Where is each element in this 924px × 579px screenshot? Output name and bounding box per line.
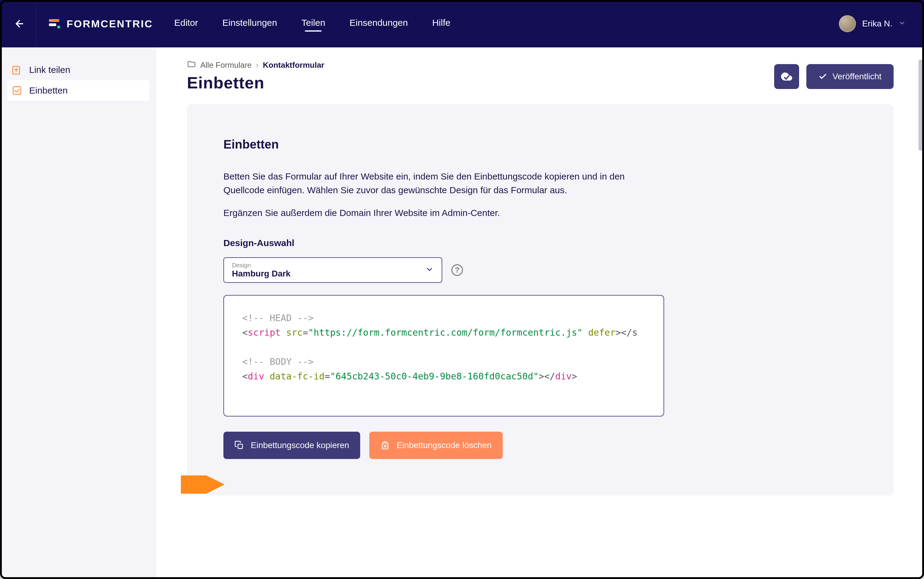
cloud-save-button[interactable] bbox=[774, 64, 799, 89]
avatar bbox=[839, 15, 856, 32]
delete-embed-code-button[interactable]: Einbettungscode löschen bbox=[369, 432, 503, 459]
cloud-check-icon bbox=[781, 70, 793, 83]
breadcrumb-root[interactable]: Alle Formulare bbox=[200, 61, 252, 70]
upload-icon bbox=[11, 64, 23, 75]
breadcrumb-current: Kontaktformular bbox=[263, 61, 324, 70]
brand-name: FORMCENTRIC bbox=[67, 18, 153, 30]
nav-help[interactable]: Hilfe bbox=[432, 18, 451, 30]
folder-icon bbox=[187, 59, 196, 71]
chevron-down-icon bbox=[898, 20, 906, 28]
scrollbar[interactable] bbox=[919, 59, 923, 150]
sidebar-item-share-link[interactable]: Link teilen bbox=[7, 59, 149, 80]
card-paragraph-2: Ergänzen Sie außerdem die Domain Ihrer W… bbox=[223, 206, 649, 220]
chevron-down-icon bbox=[425, 265, 434, 275]
trash-icon bbox=[380, 440, 390, 450]
copy-icon bbox=[234, 440, 244, 450]
sidebar-item-label: Link teilen bbox=[29, 65, 70, 75]
question-mark-icon: ? bbox=[455, 266, 460, 274]
sidebar-item-label: Einbetten bbox=[29, 85, 68, 96]
nav-submissions[interactable]: Einsendungen bbox=[349, 18, 408, 30]
card-paragraph-1: Betten Sie das Formular auf Ihrer Websit… bbox=[223, 170, 649, 197]
embed-check-icon bbox=[11, 85, 23, 96]
svg-rect-6 bbox=[238, 444, 242, 449]
embed-code-textarea[interactable]: <!-- HEAD --> <script src="https://form.… bbox=[223, 295, 664, 417]
select-field-value: Hamburg Dark bbox=[232, 269, 291, 278]
svg-point-3 bbox=[57, 26, 60, 29]
delete-button-label: Einbettungscode löschen bbox=[396, 440, 492, 450]
embed-card: Einbetten Betten Sie das Formular auf Ih… bbox=[187, 104, 894, 496]
svg-rect-5 bbox=[13, 87, 21, 95]
published-label: Veröffentlicht bbox=[832, 72, 881, 82]
svg-rect-1 bbox=[49, 19, 59, 22]
breadcrumb-separator: › bbox=[256, 61, 259, 70]
svg-rect-2 bbox=[49, 23, 56, 26]
check-icon bbox=[819, 72, 827, 81]
main-nav: Editor Einstellungen Teilen Einsendungen… bbox=[174, 18, 451, 30]
card-heading: Einbetten bbox=[223, 137, 857, 151]
app-header: FORMCENTRIC Editor Einstellungen Teilen … bbox=[0, 0, 924, 47]
published-button[interactable]: Veröffentlicht bbox=[806, 64, 894, 89]
nav-editor[interactable]: Editor bbox=[174, 18, 198, 30]
design-section-label: Design-Auswahl bbox=[223, 238, 857, 248]
copy-embed-code-button[interactable]: Einbettungscode kopieren bbox=[223, 432, 360, 459]
brand-logo[interactable]: FORMCENTRIC bbox=[48, 17, 153, 30]
design-select[interactable]: Design Hamburg Dark bbox=[223, 257, 442, 283]
sidebar: Link teilen Einbetten II bbox=[0, 47, 157, 579]
back-button[interactable] bbox=[12, 16, 27, 31]
user-menu[interactable]: Erika N. bbox=[839, 15, 906, 32]
nav-settings[interactable]: Einstellungen bbox=[223, 18, 277, 30]
copy-button-label: Einbettungscode kopieren bbox=[251, 440, 349, 450]
main-content: Alle Formulare › Kontaktformular Einbett… bbox=[157, 47, 924, 579]
nav-share[interactable]: Teilen bbox=[301, 18, 325, 30]
arrow-left-icon bbox=[14, 18, 25, 29]
help-button[interactable]: ? bbox=[451, 264, 463, 276]
page-title: Einbetten bbox=[187, 73, 264, 92]
user-name: Erika N. bbox=[862, 19, 892, 29]
select-field-label: Design bbox=[232, 262, 291, 269]
sidebar-item-embed[interactable]: Einbetten bbox=[7, 80, 149, 101]
formcentric-logo-icon bbox=[48, 17, 61, 30]
